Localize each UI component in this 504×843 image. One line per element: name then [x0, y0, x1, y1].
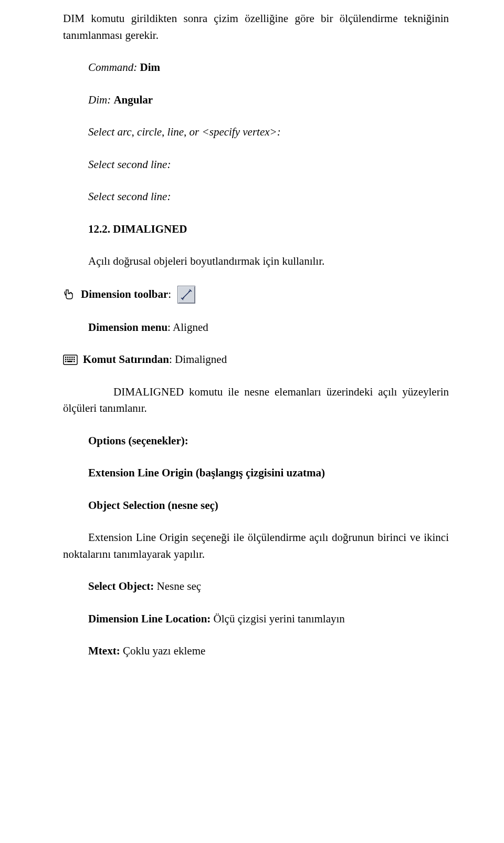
toolbar-label-wrapper: Dimension toolbar:: [81, 286, 171, 303]
command-line: Command: Dim: [63, 59, 449, 76]
dim-value: Angular: [113, 93, 153, 106]
command-value: Dim: [140, 61, 161, 74]
dimension-line-location-line: Dimension Line Location: Ölçü çizgisi ye…: [63, 611, 449, 628]
menu-label: Dimension menu: [88, 321, 167, 334]
second-line-1: Select second line:: [63, 157, 449, 173]
dim-label: Dim: [88, 93, 107, 106]
svg-rect-6: [65, 357, 67, 358]
option-object-selection: Object Selection (nesne seç): [63, 497, 449, 514]
svg-rect-7: [67, 357, 69, 358]
svg-line-0: [182, 290, 191, 299]
cmdline-wrapper: Komut Satırından: Dimaligned: [83, 351, 227, 368]
svg-rect-15: [74, 359, 75, 360]
svg-rect-13: [69, 359, 71, 360]
menu-colon: :: [167, 321, 173, 334]
menu-value: Aligned: [173, 321, 208, 334]
command-label: Command: [88, 61, 133, 74]
command-prompt-row: Komut Satırından: Dimaligned: [63, 351, 449, 368]
intro-text: DIM komutu girildikten sonra çizim özell…: [63, 12, 449, 41]
section-desc: Açılı doğrusal objeleri boyutlandırmak i…: [63, 253, 449, 270]
toolbar-label: Dimension toolbar: [81, 288, 168, 300]
svg-rect-18: [74, 361, 75, 362]
svg-rect-16: [65, 361, 67, 362]
toolbar-colon: :: [168, 288, 171, 300]
colon-literal-2: :: [107, 93, 113, 106]
select-object-value: Nesne seç: [157, 580, 202, 592]
cmdline-colon: :: [169, 353, 175, 366]
dimension-toolbar-row: Dimension toolbar:: [63, 286, 449, 304]
hand-pointer-icon: [63, 288, 76, 301]
svg-rect-9: [71, 357, 73, 358]
mtext-value: Çoklu yazı ekleme: [123, 644, 205, 657]
svg-rect-11: [65, 359, 67, 360]
option-extension-line: Extension Line Origin (başlangış çizgisi…: [63, 465, 449, 482]
dim-line: Dim: Angular: [63, 92, 449, 109]
select-object-line: Select Object: Nesne seç: [63, 578, 449, 595]
cmdline-label: Komut Satırından: [83, 353, 169, 366]
cmdline-value: Dimaligned: [175, 353, 227, 366]
colon-literal: :: [133, 61, 140, 74]
dim-loc-label: Dimension Line Location:: [88, 612, 211, 625]
mtext-line: Mtext: Çoklu yazı ekleme: [63, 643, 449, 660]
dim-loc-value: Ölçü çizgisi yerini tanımlayın: [214, 612, 345, 625]
options-heading: Options (seçenekler):: [63, 433, 449, 450]
body-para-2: Extension Line Origin seçeneği ile ölçül…: [63, 529, 449, 563]
svg-rect-10: [74, 357, 75, 358]
section-heading: 12.2. DIMALIGNED: [63, 221, 449, 238]
mtext-label: Mtext:: [88, 644, 120, 657]
svg-rect-8: [69, 357, 71, 358]
body-para-1: DIMALIGNED komutu ile nesne elemanları ü…: [63, 384, 449, 417]
aligned-dimension-icon[interactable]: [177, 286, 195, 304]
dimension-menu-row: Dimension menu: Aligned: [88, 319, 449, 336]
svg-rect-17: [67, 361, 72, 362]
select-object-label: Select Object:: [88, 580, 154, 592]
intro-paragraph: DIM komutu girildikten sonra çizim özell…: [63, 11, 449, 44]
svg-rect-14: [71, 359, 73, 360]
keyboard-icon: [63, 355, 78, 365]
svg-rect-12: [67, 359, 69, 360]
select-arc-line: Select arc, circle, line, or <specify ve…: [63, 124, 449, 141]
second-line-2: Select second line:: [63, 189, 449, 205]
